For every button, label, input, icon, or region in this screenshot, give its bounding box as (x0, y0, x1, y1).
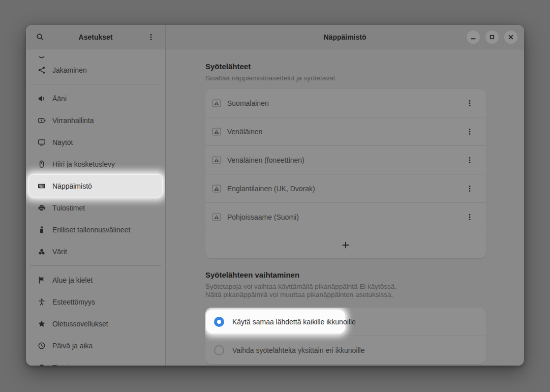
sidebar-item-label: Näytöt (52, 138, 73, 146)
sidebar-item-label: Jakaminen (52, 66, 87, 74)
sidebar-item-label: Värit (52, 248, 67, 256)
maximize-button[interactable] (485, 31, 499, 44)
input-source-label: Venäläinen (foneettinen) (227, 156, 304, 164)
input-source-label: Suomalainen (227, 99, 269, 107)
input-source-row-russian-phonetic[interactable]: Venäläinen (foneettinen) (205, 146, 486, 174)
row-menu-button[interactable] (463, 180, 477, 197)
sidebar-item-label: Näppäimistö (52, 182, 92, 190)
sidebar-item-label: Tulostimet (52, 204, 85, 212)
sidebar-item-label: Päivä ja aika (52, 342, 93, 350)
primary-menu-button[interactable] (143, 29, 159, 45)
main-panel: Näppäimistö (166, 25, 524, 366)
clock-icon (38, 342, 46, 350)
image-missing-icon (212, 213, 221, 222)
settings-window: Asetukset Jakaminen (26, 25, 524, 366)
radio-selected-icon[interactable] (214, 317, 224, 327)
sidebar-item-accessibility[interactable]: Esteettömyys (29, 291, 162, 313)
battery-icon (38, 116, 46, 125)
radio-row-same-source-all-windows[interactable]: Käytä samaa lähdettä kaikille ikkunoille (205, 308, 486, 336)
keyboard-icon (38, 182, 46, 190)
info-icon (38, 364, 46, 366)
sidebar-item-removable-media[interactable]: Erilliset tallennusvälineet (29, 219, 162, 240)
clipped-icon (38, 56, 46, 59)
sidebar-item-printers[interactable]: Tulostimet (29, 197, 162, 219)
image-missing-icon (212, 156, 221, 165)
section-title-switching: Syötelähteen vaihtaminen (205, 270, 486, 279)
sidebar-item-default-apps[interactable]: Oletussovellukset (29, 313, 162, 335)
sidebar-item-color[interactable]: Värit (29, 240, 162, 262)
color-profiles-icon (38, 248, 46, 256)
row-menu-button[interactable] (463, 95, 477, 112)
share-icon (38, 66, 46, 74)
usb-drive-icon (38, 226, 46, 234)
kebab-menu-icon (466, 185, 474, 193)
section-subtitle-input-sources: Sisältää näppäimistöasettelut ja syöteta… (205, 74, 486, 82)
minimize-button[interactable] (467, 31, 480, 44)
radio-option-label: Käytä samaa lähdettä kaikille ikkunoille (232, 318, 356, 326)
sidebar-item-region-language[interactable]: Alue ja kielet (29, 269, 162, 291)
sidebar-item-label: Erilliset tallennusvälineet (52, 226, 130, 234)
accessibility-icon (38, 298, 46, 306)
section-subtitle-switching-line2: Näitä pikanäppäimiä voi muuttaa pikanäpp… (205, 291, 486, 299)
main-content: Syötelähteet Sisältää näppäimistöasettel… (166, 49, 524, 364)
kebab-menu-icon (147, 33, 155, 41)
input-sources-card: Suomalainen Venäläinen (205, 89, 486, 258)
sidebar-item-clipped (29, 49, 162, 59)
sidebar-item-keyboard[interactable]: Näppäimistö (29, 175, 162, 197)
speaker-icon (38, 95, 46, 103)
star-icon (38, 320, 46, 328)
display-icon (38, 138, 46, 146)
sidebar-item-label: Alue ja kielet (52, 276, 93, 284)
minimize-icon (469, 33, 477, 41)
input-source-label: Venäläinen (227, 128, 262, 136)
sidebar-item-label: Ääni (52, 95, 67, 103)
image-missing-icon (212, 99, 221, 108)
image-missing-icon (212, 184, 221, 193)
input-source-label: Englantilainen (UK, Dvorak) (227, 185, 315, 193)
close-button[interactable] (504, 31, 517, 44)
sidebar-title: Asetukset (79, 33, 113, 41)
sidebar-item-about[interactable]: Tietoja (29, 356, 162, 366)
image-missing-icon (212, 127, 221, 136)
mouse-icon (38, 160, 46, 168)
row-menu-button[interactable] (463, 123, 477, 140)
row-menu-button[interactable] (463, 152, 477, 169)
sidebar-item-displays[interactable]: Näytöt (29, 131, 162, 153)
switching-options-card: Käytä samaa lähdettä kaikille ikkunoille… (205, 308, 486, 364)
kebab-menu-icon (466, 99, 474, 107)
sidebar-item-sharing[interactable]: Jakaminen (29, 59, 162, 81)
search-button[interactable] (33, 29, 48, 45)
input-source-label: Pohjoissaame (Suomi) (227, 213, 299, 221)
radio-row-separate-source-per-window[interactable]: Vaihda syötelähteitä yksittäin eri ikkun… (205, 336, 486, 364)
section-title-input-sources: Syötelähteet (205, 62, 486, 71)
kebab-menu-icon (466, 128, 474, 136)
kebab-menu-icon (466, 156, 474, 164)
window-controls (467, 31, 524, 44)
add-input-source-button[interactable] (205, 231, 486, 258)
search-icon (36, 33, 44, 41)
sidebar-item-sound[interactable]: Ääni (29, 87, 162, 109)
sidebar-item-label: Oletussovellukset (52, 320, 108, 328)
sidebar-item-mouse[interactable]: Hiiri ja kosketuslevy (29, 153, 162, 175)
sidebar-item-label: Esteettömyys (52, 298, 95, 306)
sidebar-headerbar: Asetukset (26, 25, 165, 49)
input-source-row-russian[interactable]: Venäläinen (205, 117, 486, 146)
radio-unselected-icon[interactable] (214, 345, 224, 355)
sidebar-divider (30, 265, 161, 266)
sidebar-item-label: Virranhallinta (52, 116, 94, 125)
close-icon (507, 33, 515, 41)
kebab-menu-icon (466, 213, 474, 221)
input-source-row-english-uk-dvorak[interactable]: Englantilainen (UK, Dvorak) (205, 174, 486, 203)
sidebar-list: Jakaminen Ääni Virranhallinta Näytöt (26, 49, 165, 366)
input-source-row-northern-sami[interactable]: Pohjoissaame (Suomi) (205, 203, 486, 231)
flag-icon (38, 276, 46, 284)
sidebar-item-date-time[interactable]: Päivä ja aika (29, 335, 162, 356)
sidebar-divider (30, 84, 161, 84)
sidebar: Asetukset Jakaminen (26, 25, 166, 366)
row-menu-button[interactable] (463, 208, 477, 226)
input-source-row-finnish[interactable]: Suomalainen (205, 89, 486, 117)
plus-icon (342, 241, 350, 249)
sidebar-item-label: Tietoja (52, 364, 74, 366)
sidebar-item-power[interactable]: Virranhallinta (29, 109, 162, 131)
section-subtitle-switching-line1: Syötetapoja voi vaihtaa käyttämällä pika… (205, 283, 486, 291)
